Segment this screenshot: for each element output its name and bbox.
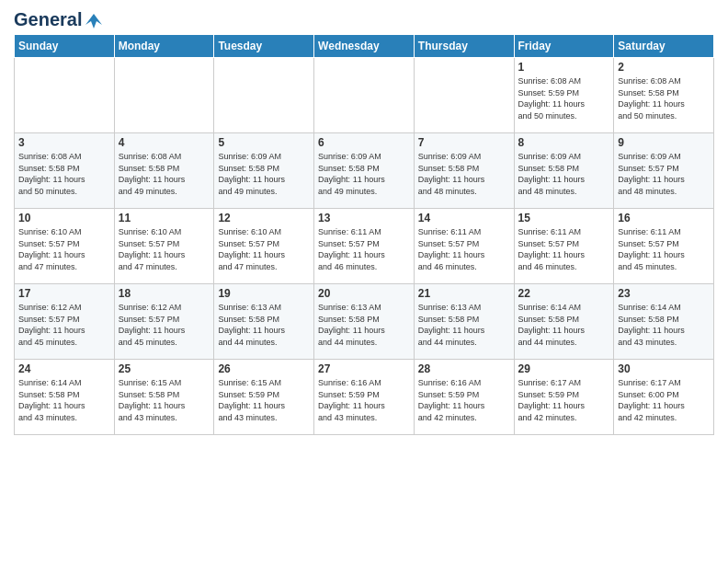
day-info: Sunrise: 6:11 AM Sunset: 5:57 PM Dayligh… (418, 226, 510, 272)
day-number: 21 (418, 287, 510, 300)
day-info: Sunrise: 6:11 AM Sunset: 5:57 PM Dayligh… (618, 226, 710, 272)
day-number: 14 (418, 212, 510, 224)
calendar-cell: 30Sunrise: 6:17 AM Sunset: 6:00 PM Dayli… (614, 360, 714, 435)
day-number: 4 (119, 136, 210, 149)
day-number: 1 (518, 61, 610, 74)
day-number: 2 (618, 61, 710, 74)
day-number: 25 (119, 362, 210, 375)
weekday-friday: Friday (514, 35, 614, 58)
calendar-week-5: 24Sunrise: 6:14 AM Sunset: 5:58 PM Dayli… (15, 360, 714, 435)
day-number: 16 (618, 212, 710, 224)
calendar-cell (114, 58, 214, 133)
weekday-monday: Monday (114, 35, 214, 58)
calendar-table: SundayMondayTuesdayWednesdayThursdayFrid… (14, 34, 714, 435)
calendar-cell (214, 58, 314, 133)
weekday-header-row: SundayMondayTuesdayWednesdayThursdayFrid… (15, 35, 714, 58)
page: General SundayMondayTuesdayWednesdayThur… (0, 0, 728, 563)
calendar-cell (314, 58, 415, 133)
day-info: Sunrise: 6:08 AM Sunset: 5:58 PM Dayligh… (119, 151, 210, 197)
weekday-sunday: Sunday (15, 35, 115, 58)
calendar-cell: 23Sunrise: 6:14 AM Sunset: 5:58 PM Dayli… (614, 284, 714, 360)
calendar-cell (414, 58, 514, 133)
weekday-saturday: Saturday (614, 35, 714, 58)
day-info: Sunrise: 6:09 AM Sunset: 5:58 PM Dayligh… (518, 151, 610, 197)
day-info: Sunrise: 6:09 AM Sunset: 5:58 PM Dayligh… (218, 151, 310, 197)
weekday-tuesday: Tuesday (214, 35, 314, 58)
calendar-cell: 12Sunrise: 6:10 AM Sunset: 5:57 PM Dayli… (214, 209, 314, 284)
calendar-cell: 1Sunrise: 6:08 AM Sunset: 5:59 PM Daylig… (514, 58, 614, 133)
day-info: Sunrise: 6:13 AM Sunset: 5:58 PM Dayligh… (418, 302, 510, 348)
weekday-thursday: Thursday (414, 35, 514, 58)
day-info: Sunrise: 6:14 AM Sunset: 5:58 PM Dayligh… (518, 302, 610, 348)
day-number: 27 (318, 362, 410, 375)
calendar-cell: 21Sunrise: 6:13 AM Sunset: 5:58 PM Dayli… (414, 284, 514, 360)
header: General (14, 9, 714, 27)
day-info: Sunrise: 6:15 AM Sunset: 5:58 PM Dayligh… (119, 377, 210, 423)
calendar-cell: 28Sunrise: 6:16 AM Sunset: 5:59 PM Dayli… (414, 360, 514, 435)
calendar-week-3: 10Sunrise: 6:10 AM Sunset: 5:57 PM Dayli… (15, 209, 714, 284)
day-number: 12 (218, 212, 310, 224)
calendar-cell: 5Sunrise: 6:09 AM Sunset: 5:58 PM Daylig… (214, 133, 314, 209)
calendar-cell: 8Sunrise: 6:09 AM Sunset: 5:58 PM Daylig… (514, 133, 614, 209)
weekday-wednesday: Wednesday (314, 35, 415, 58)
day-info: Sunrise: 6:10 AM Sunset: 5:57 PM Dayligh… (218, 226, 310, 272)
day-info: Sunrise: 6:10 AM Sunset: 5:57 PM Dayligh… (119, 226, 210, 272)
svg-marker-0 (85, 14, 102, 29)
day-info: Sunrise: 6:09 AM Sunset: 5:57 PM Dayligh… (618, 151, 710, 197)
calendar-cell: 7Sunrise: 6:09 AM Sunset: 5:58 PM Daylig… (414, 133, 514, 209)
calendar-week-4: 17Sunrise: 6:12 AM Sunset: 5:57 PM Dayli… (15, 284, 714, 360)
day-number: 22 (518, 287, 610, 300)
day-info: Sunrise: 6:11 AM Sunset: 5:57 PM Dayligh… (518, 226, 610, 272)
logo-bird-icon (84, 12, 104, 29)
day-number: 30 (618, 362, 710, 375)
day-number: 3 (18, 136, 110, 149)
calendar-cell: 24Sunrise: 6:14 AM Sunset: 5:58 PM Dayli… (15, 360, 115, 435)
calendar-cell: 2Sunrise: 6:08 AM Sunset: 5:58 PM Daylig… (614, 58, 714, 133)
logo-general: General (14, 9, 82, 30)
day-number: 10 (18, 212, 110, 224)
calendar-cell: 6Sunrise: 6:09 AM Sunset: 5:58 PM Daylig… (314, 133, 415, 209)
day-number: 9 (618, 136, 710, 149)
day-info: Sunrise: 6:08 AM Sunset: 5:58 PM Dayligh… (18, 151, 110, 197)
day-info: Sunrise: 6:13 AM Sunset: 5:58 PM Dayligh… (318, 302, 410, 348)
calendar-cell: 16Sunrise: 6:11 AM Sunset: 5:57 PM Dayli… (614, 209, 714, 284)
day-info: Sunrise: 6:13 AM Sunset: 5:58 PM Dayligh… (218, 302, 310, 348)
day-info: Sunrise: 6:11 AM Sunset: 5:57 PM Dayligh… (318, 226, 410, 272)
day-info: Sunrise: 6:12 AM Sunset: 5:57 PM Dayligh… (18, 302, 110, 348)
day-number: 15 (518, 212, 610, 224)
day-number: 8 (518, 136, 610, 149)
calendar-week-2: 3Sunrise: 6:08 AM Sunset: 5:58 PM Daylig… (15, 133, 714, 209)
day-info: Sunrise: 6:08 AM Sunset: 5:59 PM Dayligh… (518, 75, 610, 121)
day-number: 23 (618, 287, 710, 300)
day-number: 29 (518, 362, 610, 375)
calendar-cell: 11Sunrise: 6:10 AM Sunset: 5:57 PM Dayli… (114, 209, 214, 284)
day-number: 17 (18, 287, 110, 300)
day-number: 5 (218, 136, 310, 149)
day-number: 20 (318, 287, 410, 300)
calendar-cell: 14Sunrise: 6:11 AM Sunset: 5:57 PM Dayli… (414, 209, 514, 284)
day-number: 13 (318, 212, 410, 224)
day-info: Sunrise: 6:17 AM Sunset: 6:00 PM Dayligh… (618, 377, 710, 423)
calendar-cell: 20Sunrise: 6:13 AM Sunset: 5:58 PM Dayli… (314, 284, 415, 360)
calendar-cell: 25Sunrise: 6:15 AM Sunset: 5:58 PM Dayli… (114, 360, 214, 435)
day-info: Sunrise: 6:14 AM Sunset: 5:58 PM Dayligh… (18, 377, 110, 423)
day-info: Sunrise: 6:17 AM Sunset: 5:59 PM Dayligh… (518, 377, 610, 423)
day-number: 7 (418, 136, 510, 149)
day-number: 18 (119, 287, 210, 300)
calendar-cell: 9Sunrise: 6:09 AM Sunset: 5:57 PM Daylig… (614, 133, 714, 209)
calendar-cell: 22Sunrise: 6:14 AM Sunset: 5:58 PM Dayli… (514, 284, 614, 360)
day-info: Sunrise: 6:09 AM Sunset: 5:58 PM Dayligh… (418, 151, 510, 197)
calendar-cell: 13Sunrise: 6:11 AM Sunset: 5:57 PM Dayli… (314, 209, 415, 284)
calendar-cell: 27Sunrise: 6:16 AM Sunset: 5:59 PM Dayli… (314, 360, 415, 435)
calendar-cell: 4Sunrise: 6:08 AM Sunset: 5:58 PM Daylig… (114, 133, 214, 209)
day-number: 6 (318, 136, 410, 149)
calendar-cell: 15Sunrise: 6:11 AM Sunset: 5:57 PM Dayli… (514, 209, 614, 284)
day-info: Sunrise: 6:09 AM Sunset: 5:58 PM Dayligh… (318, 151, 410, 197)
day-info: Sunrise: 6:15 AM Sunset: 5:59 PM Dayligh… (218, 377, 310, 423)
day-info: Sunrise: 6:16 AM Sunset: 5:59 PM Dayligh… (318, 377, 410, 423)
day-number: 26 (218, 362, 310, 375)
day-number: 11 (119, 212, 210, 224)
day-info: Sunrise: 6:10 AM Sunset: 5:57 PM Dayligh… (18, 226, 110, 272)
calendar-cell: 18Sunrise: 6:12 AM Sunset: 5:57 PM Dayli… (114, 284, 214, 360)
calendar-cell (15, 58, 115, 133)
